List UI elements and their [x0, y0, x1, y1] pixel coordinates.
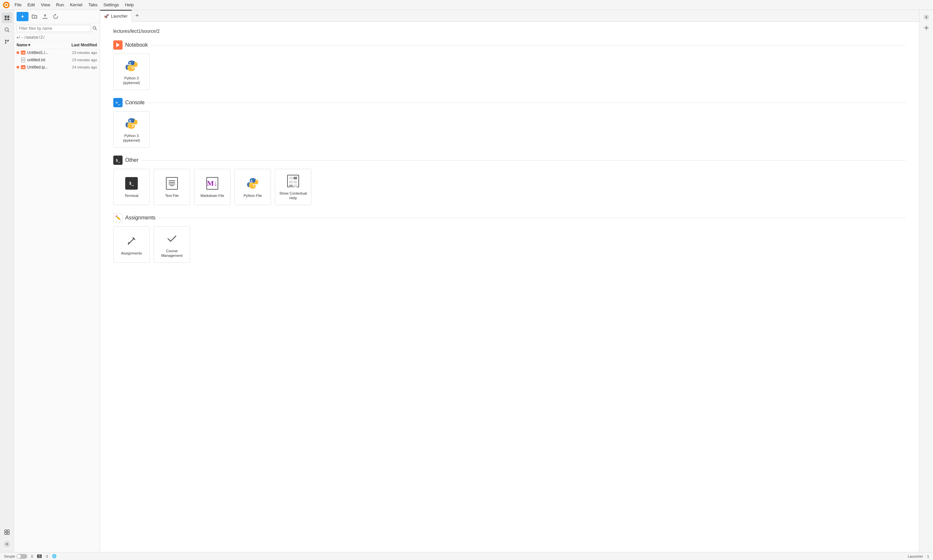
file-type-icon: [20, 57, 26, 63]
column-name-header[interactable]: Name ▾: [17, 43, 54, 47]
file-list-item[interactable]: untitled.txt23 minutes ago: [14, 56, 100, 63]
section-console-header: >_ Console: [113, 98, 906, 107]
statusbar-right: Launcher 1: [908, 554, 929, 558]
upload-button[interactable]: [40, 12, 50, 21]
assignments-card-icon: [124, 234, 139, 248]
search-bar: [14, 23, 100, 34]
file-list-item[interactable]: nbUntitled1.i...23 minutes ago: [14, 49, 100, 56]
python3-console-icon: [124, 116, 139, 131]
section-console-divider: [147, 103, 906, 103]
section-console: >_ Console: [113, 98, 906, 148]
breadcrumb-folder-icon[interactable]: ▪: [17, 35, 18, 40]
icon-files[interactable]: [2, 12, 12, 23]
card-assignments[interactable]: Assignments: [113, 226, 150, 263]
right-panel-gear[interactable]: [922, 12, 931, 22]
breadcrumb-2[interactable]: 2: [40, 35, 43, 40]
launcher-tab-icon: 🚀: [104, 14, 109, 18]
column-modified-header[interactable]: Last Modified: [54, 43, 97, 47]
search-input[interactable]: [17, 25, 91, 32]
menu-run[interactable]: Run: [53, 2, 66, 8]
icon-search[interactable]: [2, 25, 12, 35]
menubar: File Edit View Run Kernel Tabs Settings …: [0, 0, 933, 10]
icon-bar: [0, 10, 14, 552]
markdown-label: Markdown File: [200, 193, 224, 198]
breadcrumb-source[interactable]: source: [26, 35, 38, 40]
section-other-header: $_ Other: [113, 155, 906, 165]
svg-marker-22: [116, 43, 120, 47]
svg-point-29: [926, 17, 927, 18]
course-management-label: Course Management: [157, 249, 187, 258]
card-pythonfile[interactable]: Python File: [234, 169, 271, 205]
menu-edit[interactable]: Edit: [25, 2, 37, 8]
card-contexthelp[interactable]: Show Contextual Help: [275, 169, 312, 205]
contexthelp-label: Show Contextual Help: [278, 191, 308, 201]
svg-rect-4: [7, 15, 9, 18]
refresh-button[interactable]: [51, 12, 60, 21]
pythonfile-label: Python File: [244, 193, 262, 198]
icon-settings[interactable]: [2, 539, 12, 549]
svg-point-30: [925, 27, 927, 29]
icon-git[interactable]: [2, 36, 12, 47]
breadcrumb-sep4: /: [43, 35, 45, 40]
course-management-icon: [165, 231, 179, 246]
search-submit-button[interactable]: [93, 26, 97, 31]
svg-line-8: [8, 31, 9, 32]
card-course-management[interactable]: Course Management: [154, 226, 190, 263]
svg-rect-6: [7, 18, 9, 20]
file-list-header: Name ▾ Last Modified: [14, 42, 100, 49]
section-assignments-divider: [158, 218, 906, 218]
card-textfile[interactable]: Text File: [154, 169, 190, 205]
section-notebook: Notebook: [113, 40, 906, 90]
menu-settings[interactable]: Settings: [101, 2, 122, 8]
new-launcher-button[interactable]: +: [17, 12, 28, 21]
section-notebook-title: Notebook: [125, 42, 148, 48]
main-layout: +: [0, 10, 933, 552]
svg-point-26: [132, 126, 134, 127]
menu-kernel[interactable]: Kernel: [67, 2, 85, 8]
svg-point-9: [5, 40, 6, 41]
card-terminal[interactable]: $_ Terminal: [113, 169, 150, 205]
statusbar-kernel-count: 3: [46, 554, 48, 558]
menu-tabs[interactable]: Tabs: [86, 2, 100, 8]
svg-point-2: [5, 4, 7, 6]
svg-point-25: [130, 120, 131, 121]
menu-help[interactable]: Help: [122, 2, 136, 8]
statusbar-kernel-badge[interactable]: S: [37, 554, 42, 558]
right-panel: [919, 10, 933, 552]
file-modified-label: 23 minutes ago: [54, 51, 97, 55]
new-folder-button[interactable]: [30, 12, 39, 21]
simple-mode-toggle[interactable]: Simple: [4, 554, 27, 558]
svg-rect-13: [5, 530, 7, 532]
app-logo: [3, 2, 10, 9]
menu-view[interactable]: View: [38, 2, 52, 8]
breadcrumb-ellipsis[interactable]: ···: [20, 35, 24, 40]
card-python3-console[interactable]: Python 3 (ipykernel): [113, 111, 150, 148]
tab-add-button[interactable]: +: [132, 10, 142, 22]
textfile-icon: [165, 176, 179, 191]
icon-extensions[interactable]: [2, 527, 12, 537]
pythonfile-icon: [245, 176, 260, 191]
assignments-section-icon: ✏️: [113, 213, 123, 222]
assignments-card-label: Assignments: [121, 251, 142, 255]
svg-point-11: [5, 42, 6, 44]
menu-file[interactable]: File: [12, 2, 24, 8]
file-name-label: Untitled.ip...: [27, 65, 52, 69]
file-type-icon: nb: [20, 65, 26, 70]
card-python3-notebook[interactable]: Python 3 (ipykernel): [113, 54, 150, 90]
python3-console-label: Python 3 (ipykernel): [116, 133, 147, 143]
console-card-grid: Python 3 (ipykernel): [113, 111, 906, 148]
svg-point-24: [132, 68, 134, 69]
notebook-section-icon: [113, 40, 123, 50]
content-area: 🚀 Launcher + lectures/lect1/source/2 Not…: [100, 10, 919, 552]
svg-line-21: [96, 29, 97, 30]
launcher-panel: lectures/lect1/source/2 Notebook: [100, 22, 919, 552]
right-panel-settings[interactable]: [922, 23, 931, 32]
file-list-item[interactable]: nbUntitled.ip...24 minutes ago: [14, 63, 100, 71]
file-running-dot: [17, 66, 19, 69]
breadcrumb-sep2: /: [25, 35, 26, 40]
file-modified-label: 23 minutes ago: [54, 58, 97, 62]
python3-notebook-label: Python 3 (ipykernel): [116, 76, 147, 85]
card-markdown[interactable]: M↓ Markdown File: [194, 169, 231, 205]
textfile-label: Text File: [165, 193, 179, 198]
tab-launcher[interactable]: 🚀 Launcher: [100, 10, 132, 22]
